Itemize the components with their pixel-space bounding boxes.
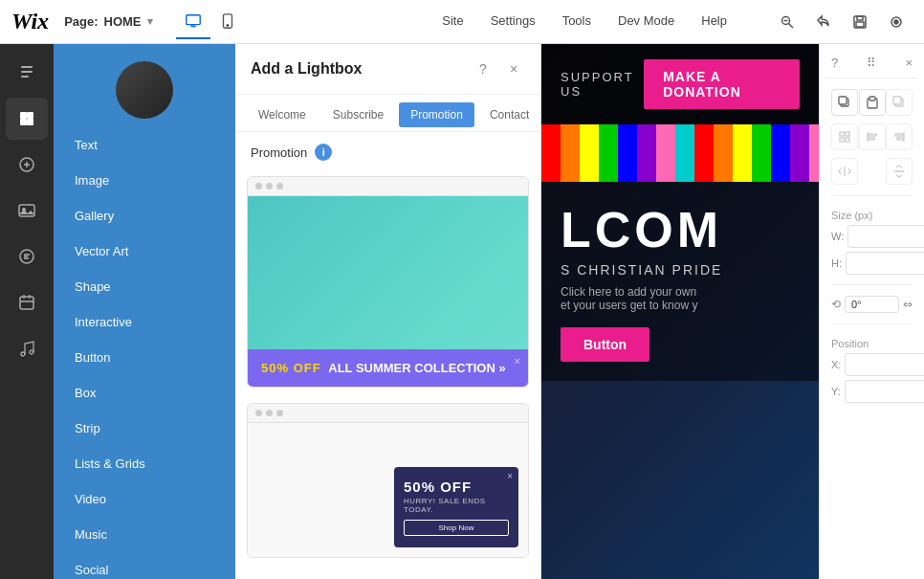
page-dropdown-icon[interactable]: ▾ bbox=[147, 15, 153, 28]
mobile-icon[interactable] bbox=[210, 5, 245, 39]
topbar-nav: Site Settings Tools Dev Mode Help bbox=[429, 0, 740, 44]
flip-h-btn[interactable] bbox=[831, 158, 858, 185]
nav-settings[interactable]: Settings bbox=[477, 0, 549, 44]
right-panel-question-icon[interactable]: ? bbox=[831, 56, 838, 70]
subnav-contact[interactable]: Contact bbox=[478, 102, 540, 127]
panel-item-gallery[interactable]: Gallery bbox=[59, 199, 230, 233]
elements-panel: Text Image Gallery Vector Art Shape Inte… bbox=[54, 44, 235, 579]
y-input[interactable] bbox=[845, 380, 924, 403]
svg-rect-27 bbox=[839, 97, 847, 104]
right-panel-drag-icon[interactable]: ⠿ bbox=[867, 56, 876, 70]
panel-item-text[interactable]: Text bbox=[59, 128, 230, 162]
panel-item-vector-art[interactable]: Vector Art bbox=[59, 234, 230, 268]
template-1-close-icon[interactable]: × bbox=[515, 355, 520, 367]
svg-point-11 bbox=[894, 20, 898, 24]
canvas-add-text[interactable]: Click here to add your own et your users… bbox=[561, 285, 800, 312]
lightbox-help-btn[interactable]: ? bbox=[472, 57, 495, 80]
svg-point-24 bbox=[21, 352, 25, 356]
align-left-btn[interactable] bbox=[859, 123, 886, 150]
panel-item-music[interactable]: Music bbox=[59, 518, 230, 551]
sidebar-item-music[interactable] bbox=[6, 327, 48, 369]
width-label: W: bbox=[831, 231, 844, 242]
x-input[interactable] bbox=[845, 353, 924, 376]
device-switcher bbox=[176, 5, 245, 39]
lightbox-templates: 50% OFF ALL SUMMER COLLECTION » × × 50% … bbox=[235, 168, 540, 566]
height-label: H: bbox=[831, 257, 842, 269]
zoom-out-btn[interactable] bbox=[771, 6, 803, 38]
svg-rect-37 bbox=[869, 134, 876, 136]
right-panel-size-section: Size (px) W: H: bbox=[825, 204, 918, 277]
canvas-cta-area: Button bbox=[561, 327, 800, 362]
browser-dot-6 bbox=[276, 410, 283, 416]
lightbox-close-btn[interactable]: × bbox=[502, 57, 525, 80]
svg-rect-20 bbox=[19, 205, 34, 216]
size-label: Size (px) bbox=[831, 210, 913, 221]
panel-item-image[interactable]: Image bbox=[59, 164, 230, 197]
nav-help[interactable]: Help bbox=[688, 0, 740, 44]
sidebar-item-pages[interactable] bbox=[6, 52, 48, 94]
panel-item-strip[interactable]: Strip bbox=[59, 412, 230, 445]
panel-item-lists-grids[interactable]: Lists & Grids bbox=[59, 447, 230, 480]
width-input[interactable] bbox=[847, 225, 924, 248]
topbar-right-actions bbox=[771, 6, 913, 38]
right-panel-angle-row: ⟲ 0° ⇔ bbox=[825, 293, 918, 316]
panel-item-interactive[interactable]: Interactive bbox=[59, 305, 230, 339]
subnav-subscribe[interactable]: Subscribe bbox=[321, 102, 395, 127]
subnav-welcome[interactable]: Welcome bbox=[247, 102, 318, 127]
page-label-text: Page: bbox=[64, 14, 98, 29]
svg-rect-9 bbox=[856, 22, 864, 27]
sidebar-item-blog[interactable] bbox=[6, 235, 48, 278]
save-btn[interactable] bbox=[844, 6, 876, 38]
browser-dot-4 bbox=[255, 410, 262, 416]
height-input[interactable] bbox=[846, 252, 924, 275]
lightbox-info-icon[interactable]: i bbox=[315, 144, 332, 161]
lightbox-template-2[interactable]: × 50% OFF HURRY! SALE ENDS TODAY. Shop N… bbox=[247, 403, 529, 558]
copy-btn[interactable] bbox=[831, 89, 858, 116]
popup-close-icon[interactable]: × bbox=[507, 471, 513, 481]
height-input-row: H: bbox=[831, 252, 913, 275]
x-label: X: bbox=[831, 359, 841, 370]
sidebar-item-elements[interactable] bbox=[6, 98, 48, 140]
svg-rect-34 bbox=[840, 138, 844, 142]
sidebar-item-media[interactable] bbox=[6, 189, 48, 232]
svg-rect-23 bbox=[20, 297, 33, 309]
canvas-area: SUPPORT US MAKE A DONATION LCOM S CHRIST… bbox=[541, 44, 819, 579]
angle-display[interactable]: 0° bbox=[845, 296, 899, 313]
y-input-row: Y: bbox=[831, 380, 913, 403]
right-panel-divider-1 bbox=[831, 195, 913, 196]
nav-site[interactable]: Site bbox=[429, 0, 476, 44]
panel-item-button[interactable]: Button bbox=[59, 341, 230, 374]
right-panel-header: ? ⠿ × bbox=[825, 52, 918, 78]
sidebar-item-bookings[interactable] bbox=[6, 281, 48, 323]
svg-rect-1 bbox=[190, 25, 195, 27]
nav-tools[interactable]: Tools bbox=[549, 0, 605, 44]
right-panel-close-icon[interactable]: × bbox=[905, 56, 913, 70]
canvas-donation-btn[interactable]: MAKE A DONATION bbox=[644, 59, 800, 109]
duplicate-btn[interactable] bbox=[886, 89, 913, 116]
svg-rect-16 bbox=[27, 112, 33, 119]
sidebar-item-apps[interactable] bbox=[6, 144, 48, 186]
canvas-subtitle-text: S CHRISTIAN PRIDE bbox=[561, 262, 800, 278]
browser-dot-5 bbox=[266, 410, 273, 416]
panel-item-shape[interactable]: Shape bbox=[59, 270, 230, 303]
template-2-browser-bar bbox=[248, 404, 528, 423]
left-sidebar bbox=[0, 44, 54, 579]
paste-btn[interactable] bbox=[859, 89, 886, 116]
preview-btn[interactable] bbox=[880, 6, 913, 38]
panel-item-social[interactable]: Social bbox=[59, 553, 230, 579]
group-btn[interactable] bbox=[831, 123, 858, 150]
align-right-btn[interactable] bbox=[886, 123, 913, 150]
lightbox-template-1[interactable]: 50% OFF ALL SUMMER COLLECTION » × bbox=[247, 176, 529, 388]
flip-v-btn[interactable] bbox=[886, 158, 913, 185]
main-layout: Text Image Gallery Vector Art Shape Inte… bbox=[0, 44, 924, 579]
desktop-icon[interactable] bbox=[176, 5, 210, 39]
subnav-promotion[interactable]: Promotion bbox=[399, 102, 474, 127]
canvas-cta-btn[interactable]: Button bbox=[561, 327, 649, 362]
popup-shop-btn[interactable]: Shop Now bbox=[404, 520, 509, 536]
panel-item-video[interactable]: Video bbox=[59, 482, 230, 516]
svg-rect-38 bbox=[869, 138, 874, 140]
panel-item-box[interactable]: Box bbox=[59, 376, 230, 410]
nav-devmode[interactable]: Dev Mode bbox=[605, 0, 688, 44]
undo-btn[interactable] bbox=[807, 6, 840, 38]
right-panel-divider-2 bbox=[831, 284, 913, 285]
